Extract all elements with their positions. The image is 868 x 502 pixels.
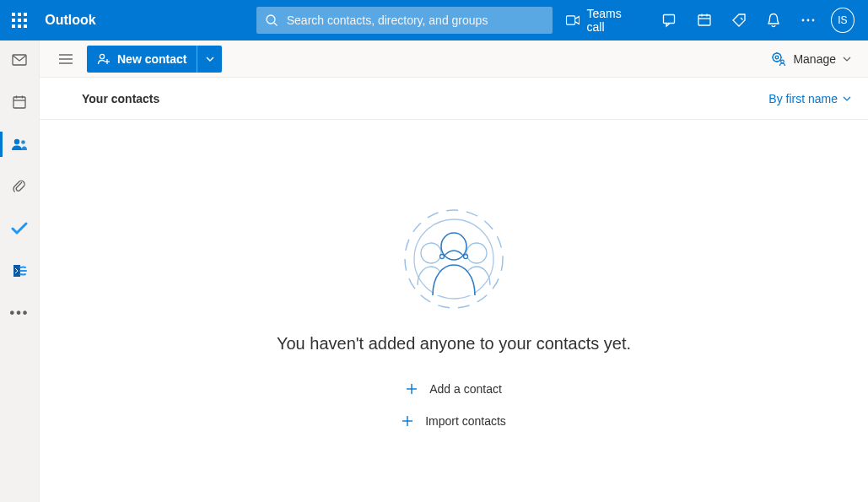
- waffle-icon: [12, 13, 27, 28]
- search-placeholder-text: Search contacts, directory, and groups: [287, 13, 488, 27]
- plus-icon: [406, 383, 418, 395]
- empty-state: You haven't added anyone to your contact…: [40, 120, 868, 502]
- manage-label: Manage: [793, 52, 836, 66]
- check-icon: [11, 222, 28, 235]
- svg-rect-2: [566, 16, 574, 24]
- svg-point-33: [464, 255, 468, 259]
- calendar-share-button[interactable]: [687, 0, 721, 40]
- bell-icon: [767, 13, 780, 28]
- plus-icon: [402, 415, 413, 427]
- search-icon: [265, 13, 278, 27]
- chat-icon: [662, 13, 677, 28]
- tips-button[interactable]: [721, 0, 756, 40]
- rail-yammer[interactable]: [0, 262, 40, 280]
- new-contact-split-button: New contact: [87, 46, 222, 73]
- chat-button[interactable]: [652, 0, 687, 40]
- svg-rect-3: [663, 15, 674, 24]
- avatar-initials: IS: [838, 14, 847, 26]
- add-contact-icon: [97, 52, 111, 66]
- more-icon: •••: [10, 305, 30, 321]
- svg-rect-12: [13, 97, 25, 108]
- left-rail: •••: [0, 40, 40, 502]
- manage-button[interactable]: Manage: [771, 51, 851, 67]
- svg-point-21: [100, 54, 104, 58]
- svg-point-17: [21, 140, 25, 144]
- rail-calendar[interactable]: [0, 93, 40, 111]
- new-contact-button[interactable]: New contact: [87, 46, 197, 73]
- svg-point-10: [812, 19, 815, 22]
- new-contact-dropdown-button[interactable]: [197, 46, 222, 73]
- app-launcher-button[interactable]: [0, 0, 38, 40]
- menu-icon: [59, 54, 73, 64]
- add-contact-label: Add a contact: [429, 382, 502, 396]
- empty-message: You haven't added anyone to your contact…: [277, 334, 631, 354]
- svg-rect-4: [698, 15, 710, 25]
- svg-point-30: [466, 243, 487, 263]
- calendar-icon: [12, 94, 27, 110]
- sort-button[interactable]: By first name: [768, 92, 851, 105]
- command-bar: New contact Manage: [40, 40, 868, 78]
- profile-avatar[interactable]: IS: [831, 8, 855, 33]
- chevron-down-icon: [206, 57, 214, 62]
- more-button[interactable]: [791, 0, 826, 40]
- video-icon: [566, 14, 580, 26]
- import-contacts-button[interactable]: Import contacts: [402, 414, 506, 428]
- import-contacts-label: Import contacts: [425, 414, 506, 428]
- svg-point-16: [14, 139, 19, 144]
- rail-files[interactable]: [0, 177, 40, 196]
- svg-point-0: [267, 15, 275, 24]
- svg-point-9: [807, 19, 810, 22]
- rail-people[interactable]: [0, 135, 40, 154]
- gear-person-icon: [771, 51, 786, 67]
- teams-call-label: Teams call: [586, 7, 638, 34]
- new-contact-label: New contact: [117, 52, 186, 66]
- chevron-down-icon: [843, 96, 851, 101]
- svg-point-25: [776, 56, 779, 59]
- page-title: Your contacts: [82, 92, 159, 105]
- add-contact-button[interactable]: Add a contact: [406, 382, 502, 396]
- calendar-icon: [697, 13, 712, 28]
- notifications-button[interactable]: [756, 0, 790, 40]
- svg-line-1: [274, 23, 278, 26]
- search-input[interactable]: Search contacts, directory, and groups: [256, 7, 553, 34]
- sort-label: By first name: [768, 92, 838, 105]
- svg-point-26: [781, 60, 784, 63]
- app-title: Outlook: [45, 13, 95, 28]
- chevron-down-icon: [843, 57, 851, 62]
- app-header: Outlook Search contacts, directory, and …: [0, 0, 868, 40]
- teams-call-button[interactable]: Teams call: [553, 0, 652, 40]
- rail-more[interactable]: •••: [0, 304, 40, 322]
- more-icon: [801, 19, 816, 22]
- rail-todo[interactable]: [0, 219, 40, 238]
- people-icon: [11, 138, 28, 151]
- rail-mail[interactable]: [0, 51, 40, 69]
- nav-toggle-button[interactable]: [51, 45, 80, 73]
- empty-contacts-illustration: [399, 204, 509, 314]
- paperclip-icon: [13, 179, 26, 194]
- svg-point-29: [421, 243, 441, 263]
- svg-point-8: [802, 19, 805, 22]
- yammer-icon: [11, 262, 28, 279]
- svg-point-32: [440, 255, 445, 259]
- tag-icon: [731, 13, 747, 28]
- mail-icon: [12, 54, 27, 66]
- contacts-subheader: Your contacts By first name: [40, 78, 868, 120]
